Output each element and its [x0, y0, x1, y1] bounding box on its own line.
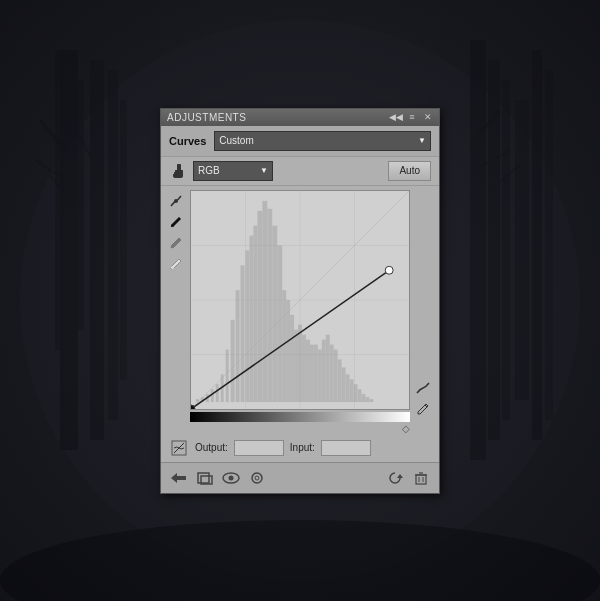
svg-rect-12: [470, 40, 486, 460]
output-label: Output:: [195, 442, 228, 453]
svg-rect-62: [326, 334, 330, 401]
svg-rect-45: [253, 225, 257, 401]
visibility-circle-button[interactable]: [247, 468, 267, 488]
svg-rect-49: [272, 225, 277, 401]
back-arrow-button[interactable]: [169, 468, 189, 488]
svg-rect-3: [55, 50, 63, 350]
preset-value: Custom: [219, 135, 253, 146]
curves-tab[interactable]: Curves: [169, 135, 206, 147]
curves-adjust-tool[interactable]: [167, 192, 185, 210]
panel-header: Curves Custom ▼: [161, 126, 439, 157]
svg-rect-37: [216, 384, 219, 402]
black-eyedropper[interactable]: [167, 213, 185, 231]
svg-rect-52: [286, 300, 290, 402]
collapse-button[interactable]: ◀◀: [391, 112, 401, 122]
svg-rect-6: [108, 70, 118, 420]
output-field[interactable]: [234, 440, 284, 456]
svg-rect-40: [231, 319, 235, 401]
footer-right-icons: [385, 468, 431, 488]
svg-point-86: [255, 476, 259, 480]
channel-arrow: ▼: [260, 166, 268, 175]
svg-point-23: [174, 199, 178, 203]
svg-rect-59: [314, 344, 318, 401]
svg-rect-66: [342, 367, 346, 402]
svg-rect-71: [361, 394, 365, 402]
right-tools: [414, 190, 433, 434]
input-label: Input:: [290, 442, 315, 453]
svg-rect-42: [241, 265, 245, 402]
svg-rect-54: [294, 329, 298, 401]
svg-rect-4: [78, 80, 84, 330]
svg-rect-72: [365, 397, 369, 402]
new-layer-button[interactable]: [195, 468, 215, 488]
svg-rect-41: [236, 290, 240, 402]
gray-eyedropper[interactable]: [167, 234, 185, 252]
close-button[interactable]: ✕: [423, 112, 433, 122]
output-input-icon: [169, 439, 189, 457]
svg-marker-79: [171, 473, 177, 483]
panel-footer: [161, 462, 439, 493]
curve-style-tool[interactable]: [414, 379, 432, 397]
svg-point-84: [229, 475, 234, 480]
trash-button[interactable]: [411, 468, 431, 488]
svg-rect-53: [290, 314, 294, 401]
svg-rect-80: [177, 476, 186, 480]
adjustments-panel: ADJUSTMENTS ◀◀ ≡ ✕ Curves Custom ▼ RGB ▼…: [160, 108, 440, 494]
svg-rect-7: [120, 100, 127, 380]
svg-rect-64: [334, 349, 338, 402]
svg-rect-43: [246, 250, 250, 402]
svg-rect-14: [502, 80, 510, 420]
curves-canvas-wrapper: ◇: [190, 190, 410, 434]
svg-rect-51: [282, 290, 286, 402]
svg-rect-60: [318, 349, 322, 402]
titlebar-left: ADJUSTMENTS: [167, 112, 246, 123]
eye-button[interactable]: [221, 468, 241, 488]
channel-dropdown[interactable]: RGB ▼: [193, 161, 273, 181]
svg-rect-67: [346, 374, 350, 402]
input-field[interactable]: [321, 440, 371, 456]
svg-rect-39: [226, 349, 229, 402]
svg-rect-47: [262, 200, 267, 401]
svg-rect-58: [310, 344, 314, 401]
output-input-row: Output: Input:: [161, 436, 439, 462]
reset-button[interactable]: [385, 468, 405, 488]
svg-rect-57: [306, 339, 310, 401]
curves-toolbar: RGB ▼ Auto: [161, 157, 439, 186]
titlebar-right: ◀◀ ≡ ✕: [391, 112, 433, 122]
svg-rect-50: [277, 245, 282, 402]
svg-rect-73: [369, 399, 373, 402]
gradient-controls: ◇: [190, 423, 410, 434]
svg-point-25: [171, 245, 174, 248]
svg-rect-56: [302, 334, 306, 401]
auto-button[interactable]: Auto: [388, 161, 431, 181]
input-gradient-bar: [190, 412, 410, 422]
panel-titlebar: ADJUSTMENTS ◀◀ ≡ ✕: [161, 109, 439, 126]
curves-grid-svg: [191, 191, 409, 409]
svg-rect-88: [416, 475, 426, 484]
svg-marker-87: [397, 474, 403, 478]
svg-rect-55: [298, 324, 302, 401]
hand-tool[interactable]: [169, 162, 187, 180]
gradient-handle[interactable]: ◇: [402, 423, 410, 434]
svg-point-85: [252, 473, 262, 483]
svg-point-24: [171, 224, 174, 227]
curves-canvas[interactable]: [190, 190, 410, 410]
preset-dropdown-arrow: ▼: [418, 136, 426, 145]
svg-rect-63: [330, 344, 334, 401]
svg-rect-5: [90, 60, 104, 440]
svg-point-26: [171, 266, 174, 269]
svg-rect-17: [545, 70, 553, 420]
svg-rect-48: [267, 208, 272, 401]
pencil-tool[interactable]: [414, 400, 432, 418]
footer-left-icons: [169, 468, 267, 488]
panel-menu-button[interactable]: ≡: [407, 112, 417, 122]
panel-title: ADJUSTMENTS: [167, 112, 246, 123]
channel-value: RGB: [198, 165, 220, 176]
svg-rect-46: [257, 210, 262, 401]
white-eyedropper[interactable]: [167, 255, 185, 273]
svg-rect-81: [198, 473, 209, 483]
svg-rect-65: [338, 359, 342, 402]
preset-dropdown[interactable]: Custom ▼: [214, 131, 431, 151]
curves-area: ◇: [161, 186, 439, 436]
left-tools: [167, 190, 186, 434]
